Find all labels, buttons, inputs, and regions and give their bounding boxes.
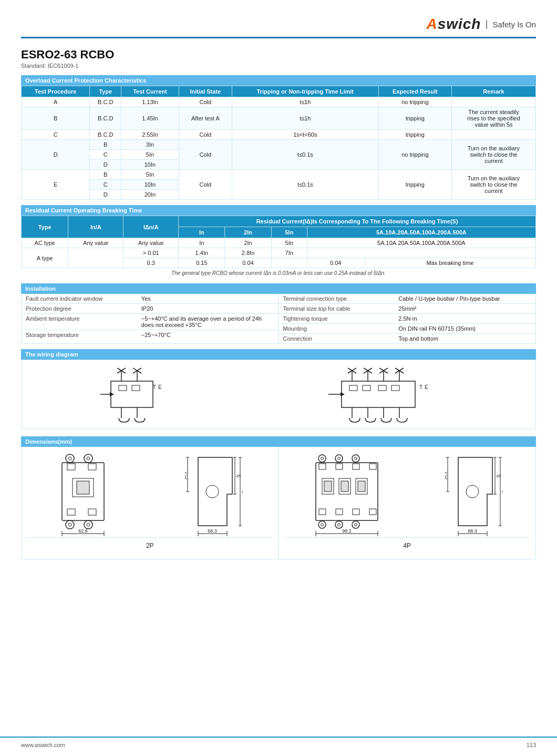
svg-rect-44 <box>77 481 89 494</box>
installation-left-table: Fault current indicator window Yes Prote… <box>22 294 278 340</box>
svg-point-54 <box>206 485 219 498</box>
svg-point-90 <box>335 521 343 528</box>
svg-rect-77 <box>369 464 376 469</box>
cell-result: tripping <box>378 170 451 200</box>
label-mounting: Mounting <box>279 324 395 334</box>
wiring-area: T E <box>21 360 536 429</box>
dim-svg-4p-front: 98.2 <box>312 452 390 536</box>
cell-time: t≤1h <box>232 107 378 130</box>
cell-type: B.C.D <box>90 130 121 140</box>
wiring-label-e: E <box>158 384 162 390</box>
dim-62-6: 62.6 <box>78 528 88 534</box>
cell-v3: 5In <box>271 238 307 248</box>
svg-point-72 <box>354 457 357 460</box>
cell-v4: 5A.10A.20A.50A.100A.200A.500A <box>307 238 535 248</box>
svg-rect-27 <box>363 385 370 391</box>
cell-proc: A <box>22 97 90 107</box>
cell-v4: 0.04 <box>307 258 364 268</box>
cell-current: 10In <box>121 160 179 170</box>
table-row: Ambient temperature −5~+40°C and its ave… <box>22 314 278 330</box>
cell-current: 5In <box>121 170 179 180</box>
logo-a: A <box>426 16 437 32</box>
col-initial-state: Initial State <box>179 86 232 97</box>
col-expected: Expected Result <box>378 86 451 97</box>
svg-rect-8 <box>132 385 140 391</box>
svg-point-36 <box>66 454 74 463</box>
svg-rect-83 <box>358 481 365 492</box>
cell-type: B.C.D <box>90 97 121 107</box>
product-standard: Standard: IEC61009-1 <box>21 63 536 69</box>
col-test-procedure: Test Procedure <box>22 86 90 97</box>
dim-34-3: 34.3 <box>185 472 188 480</box>
installation-right-table: Terminal connection type Cable / U-type … <box>279 294 536 343</box>
svg-point-97 <box>466 485 479 498</box>
col-type: Type <box>90 86 121 97</box>
header: Aswich Safety Is On <box>21 11 536 38</box>
svg-rect-79 <box>324 481 332 492</box>
col-test-current: Test Current <box>121 86 179 97</box>
cell-v2: 2.8In <box>225 248 271 258</box>
svg-point-47 <box>66 520 74 529</box>
cell-current: 5In <box>121 150 179 160</box>
svg-point-88 <box>318 521 326 528</box>
dim-2p-section: 62.6 <box>22 447 279 559</box>
cell-current: 1.45In <box>121 107 179 130</box>
svg-rect-41 <box>67 464 75 470</box>
cell-in <box>68 248 123 268</box>
wiring-label-t: T <box>153 384 156 390</box>
svg-point-93 <box>354 524 357 526</box>
cell-idn: > 0.01 <box>123 248 179 258</box>
cell-type: AC type <box>22 238 68 248</box>
installation-section-header: Installation <box>21 283 536 294</box>
svg-point-37 <box>68 457 71 460</box>
dim-45: 45 <box>236 474 241 478</box>
table-row: Protection degree IP20 <box>22 304 278 314</box>
label-terminal-size: Terminal size top for cable <box>279 304 395 314</box>
footer-page: 113 <box>527 742 536 748</box>
cell-type: D <box>90 160 121 170</box>
label-terminal-type: Terminal connection type <box>279 294 395 304</box>
table-row: E B 5In Cold t≤0.1s tripping Turn on the… <box>22 170 536 180</box>
dim-svg-4p-side: 34.3 45 95 <box>445 452 503 536</box>
cell-proc: E <box>22 170 90 200</box>
cell-v2: 0.04 <box>225 258 271 268</box>
svg-point-89 <box>321 524 323 526</box>
dim-2p-side: 34.3 45 95 <box>185 452 243 537</box>
value-connection: Top and bottom <box>394 334 535 344</box>
overload-section: Overload Current Protection Characterist… <box>21 75 536 200</box>
table-row: B B.C.D 1.45In After test A t≤1h trippin… <box>22 107 536 130</box>
cell-max: Max breaking time <box>364 258 535 268</box>
dim-4p-diagrams: 98.2 <box>284 452 531 537</box>
svg-rect-74 <box>319 464 326 469</box>
table-row: Tightening torque 2.5N·m <box>279 314 536 324</box>
svg-point-91 <box>337 524 340 526</box>
wiring-section-header: The wiring diagram <box>21 349 536 360</box>
value-storage: −25~+70°C <box>137 330 278 340</box>
dim-34-3-4p: 34.3 <box>445 472 448 480</box>
label-torque: Tightening torque <box>279 314 395 324</box>
label-protection: Protection degree <box>22 304 137 314</box>
svg-rect-75 <box>336 464 343 469</box>
cell-remark: Turn on the auxiliaryswitch to close the… <box>451 140 535 170</box>
cell-time: 1s<t<60s <box>232 130 378 140</box>
cell-current: 3In <box>121 140 179 150</box>
svg-rect-42 <box>88 464 96 470</box>
value-terminal-type: Cable / U-type busbar / Pin-type busbar <box>394 294 535 304</box>
installation-section: Installation Fault current indicator win… <box>21 283 536 344</box>
svg-rect-87 <box>369 509 376 515</box>
cell-type: B <box>90 140 121 150</box>
svg-rect-84 <box>319 509 326 515</box>
label-ambient: Ambient temperature <box>22 314 137 330</box>
page: Aswich Safety Is On ESRO2-63 RCBO Standa… <box>0 0 557 756</box>
dim-4p-label: 4P <box>284 537 531 554</box>
dim-95-4p: 95 <box>502 489 503 494</box>
col-type: Type <box>22 216 68 238</box>
cell-v4 <box>307 248 535 258</box>
label-storage: Storage temperature <box>22 330 137 340</box>
svg-rect-28 <box>378 385 386 391</box>
residual-table: Type In/A IΔn/A Residual Current(IΔ)Is C… <box>21 216 536 278</box>
svg-point-50 <box>87 523 90 526</box>
dim-45-4p: 45 <box>496 474 501 478</box>
table-row: Terminal connection type Cable / U-type … <box>279 294 536 304</box>
dim-2p-label: 2P <box>27 537 273 554</box>
